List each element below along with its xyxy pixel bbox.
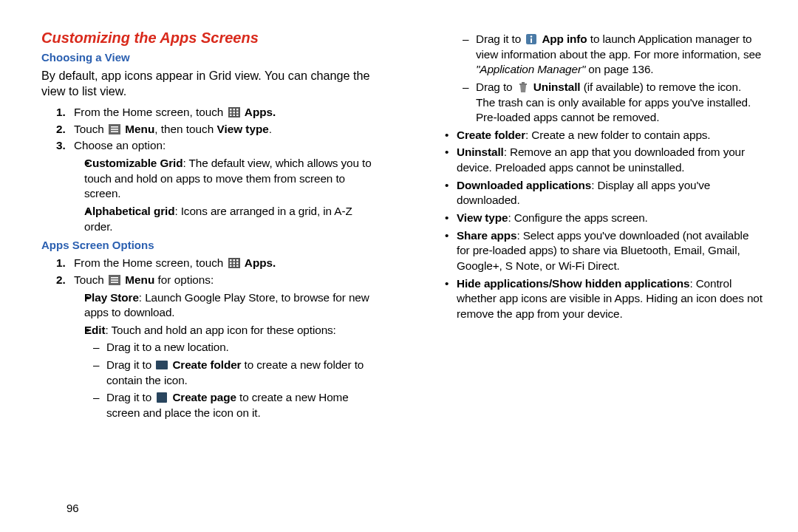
menu-icon	[109, 275, 120, 285]
label: Edit	[84, 324, 106, 336]
menu-options-list: Play Store: Launch Google Play Store, to…	[74, 290, 380, 421]
label: Uninstall	[457, 146, 504, 158]
step-text: Touch	[74, 123, 107, 135]
info-icon	[525, 34, 537, 44]
opt-create-folder: Create folder: Create a new folder to co…	[433, 128, 763, 143]
svg-rect-20	[236, 262, 239, 265]
svg-rect-29	[157, 392, 167, 403]
svg-rect-25	[111, 277, 118, 279]
apps-label: Apps.	[245, 106, 276, 118]
drag-create-folder: Drag it to Create folder to create a new…	[84, 358, 380, 388]
svg-rect-32	[531, 38, 532, 43]
opt-uninstall: Uninstall: Remove an app that you downlo…	[433, 145, 763, 175]
label: Create folder	[172, 358, 241, 371]
right-column: Drag it to App info to launch Applicatio…	[424, 30, 763, 494]
option-customizable-grid: Customizable Grid: The default view, whi…	[74, 156, 380, 202]
opt-downloaded: Downloaded applications: Display all app…	[433, 178, 763, 208]
intro-paragraph: By default, app icons appear in Grid vie…	[41, 68, 380, 99]
step-text: Choose an option:	[74, 139, 166, 151]
step-text: , then touch	[154, 123, 216, 135]
t: on page 136.	[585, 63, 653, 75]
svg-rect-17	[236, 259, 239, 262]
label: Alphabetical grid	[84, 205, 174, 217]
svg-rect-8	[233, 115, 235, 116]
label: Uninstall	[533, 81, 581, 93]
drag-create-page: Drag it to Create page to create a new H…	[84, 390, 380, 420]
opt-view-type: View type: Configure the apps screen.	[433, 211, 763, 226]
apps-grid-icon	[228, 258, 240, 268]
menu-options-cont: Create folder: Create a new folder to co…	[433, 128, 763, 322]
svg-rect-34	[522, 82, 525, 83]
step-text: Touch	[74, 273, 107, 286]
svg-rect-5	[233, 112, 235, 114]
page-icon	[156, 392, 168, 403]
t: Drag to	[476, 81, 516, 93]
label: Create folder	[457, 129, 525, 141]
svg-rect-3	[236, 109, 239, 111]
opt-hide-show: Hide applications/Show hidden applicatio…	[433, 276, 763, 322]
svg-rect-1	[230, 109, 232, 111]
svg-rect-2	[233, 109, 235, 111]
subheading-choosing-view: Choosing a View	[41, 51, 380, 64]
svg-rect-4	[230, 112, 232, 114]
svg-rect-16	[233, 259, 235, 262]
svg-rect-13	[111, 131, 118, 132]
opt-edit: Edit: Touch and hold an app icon for the…	[74, 323, 380, 421]
svg-rect-18	[230, 262, 232, 265]
option-list: Customizable Grid: The default view, whi…	[74, 156, 380, 234]
step-1: 1. From the Home screen, touch Apps.	[41, 256, 380, 271]
step-2: 2. Touch Menu for options: Play Store: L…	[41, 273, 380, 421]
desc: : Configure the apps screen.	[508, 211, 647, 224]
drag-uninstall: Drag to Uninstall (if available) to remo…	[454, 80, 763, 126]
label: Create page	[172, 391, 236, 403]
svg-rect-9	[236, 115, 239, 116]
svg-rect-28	[156, 361, 168, 369]
svg-rect-15	[230, 259, 232, 262]
desc: : Touch and hold an app icon for these o…	[106, 324, 336, 336]
drag-app-info: Drag it to App info to launch Applicatio…	[454, 32, 763, 78]
page-number: 96	[66, 502, 763, 514]
opt-share-apps: Share apps: Select apps you've downloade…	[433, 228, 763, 274]
ref: "Application Manager"	[476, 63, 585, 75]
step-text: From the Home screen, touch	[74, 106, 227, 118]
label: Hide applications/Show hidden applicatio…	[457, 277, 689, 290]
two-columns: Customizing the Apps Screens Choosing a …	[41, 30, 763, 494]
svg-rect-22	[233, 265, 235, 267]
menu-label: Menu	[125, 123, 154, 135]
svg-rect-7	[230, 115, 232, 116]
svg-rect-6	[236, 112, 239, 114]
label: Customizable Grid	[84, 157, 183, 169]
trash-icon	[517, 82, 529, 92]
t: Drag it to	[476, 33, 524, 45]
page: Customizing the Apps Screens Choosing a …	[0, 0, 798, 532]
opt-play-store: Play Store: Launch Google Play Store, to…	[74, 290, 380, 321]
option-alpha-grid: Alphabetical grid: Icons are arranged in…	[74, 204, 380, 234]
svg-rect-12	[111, 129, 118, 130]
t: Drag it to	[106, 358, 154, 371]
step-text: for options:	[154, 273, 214, 286]
svg-rect-19	[233, 262, 235, 265]
steps-choosing-view: 1. From the Home screen, touch Apps. 2. …	[41, 105, 380, 234]
svg-rect-11	[111, 126, 118, 128]
apps-label: Apps.	[245, 256, 276, 269]
apps-grid-icon	[228, 107, 240, 117]
label: App info	[542, 33, 587, 45]
label: Downloaded applications	[457, 179, 591, 191]
step-1: 1. From the Home screen, touch Apps.	[41, 105, 380, 120]
steps-apps-options: 1. From the Home screen, touch Apps. 2. …	[41, 256, 380, 420]
view-type-label: View type	[216, 123, 268, 135]
step-text: .	[269, 123, 272, 135]
edit-sublist: Drag it to a new location. Drag it to Cr…	[84, 340, 380, 420]
t: Drag it to	[106, 391, 154, 403]
drag-new-location: Drag it to a new location.	[84, 340, 380, 355]
desc: : Create a new folder to contain apps.	[525, 129, 710, 141]
folder-icon	[156, 360, 168, 370]
subheading-apps-screen-options: Apps Screen Options	[41, 239, 380, 251]
label: Share apps	[457, 229, 516, 242]
edit-sublist-cont: Drag it to App info to launch Applicatio…	[454, 32, 763, 126]
svg-rect-26	[111, 279, 118, 281]
menu-icon	[109, 124, 120, 134]
menu-label: Menu	[125, 273, 154, 286]
label: Play Store	[84, 291, 139, 304]
left-column: Customizing the Apps Screens Choosing a …	[41, 30, 380, 494]
